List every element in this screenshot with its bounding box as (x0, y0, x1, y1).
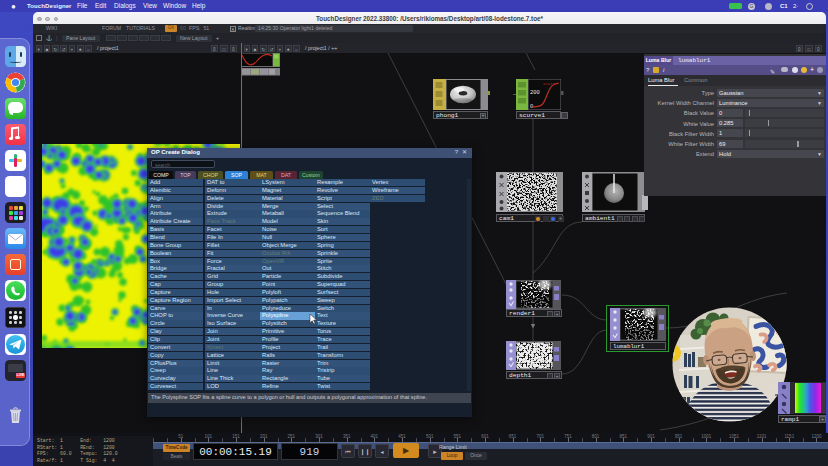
svg-text:200: 200 (530, 89, 540, 96)
